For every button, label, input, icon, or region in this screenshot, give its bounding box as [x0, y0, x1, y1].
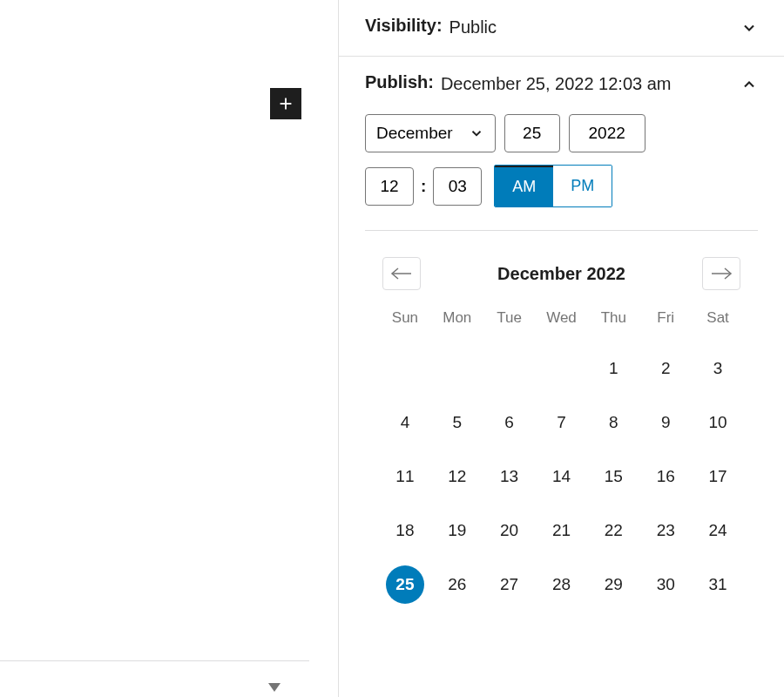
calendar-day[interactable]: 24: [699, 511, 737, 550]
calendar-day[interactable]: 16: [646, 457, 685, 496]
ampm-toggle-group: AM PM: [494, 165, 612, 207]
calendar-empty-cell: [438, 349, 476, 388]
calendar-day[interactable]: 14: [542, 457, 580, 496]
calendar-day[interactable]: 27: [490, 565, 529, 604]
calendar-title: December 2022: [497, 264, 625, 284]
settings-sidebar: Visibility: Public Publish: December 25,…: [338, 0, 784, 697]
editor-canvas: [0, 0, 338, 697]
calendar-day[interactable]: 17: [699, 457, 737, 496]
editor-divider: [0, 660, 309, 661]
calendar-weekday: Sun: [379, 309, 431, 334]
publish-label: Publish:: [365, 72, 434, 92]
time-input-row: : AM PM: [365, 165, 758, 207]
calendar-day[interactable]: 15: [594, 457, 632, 496]
arrow-right-icon: [710, 267, 733, 281]
collapse-chevron-icon[interactable]: [268, 680, 280, 695]
calendar-day[interactable]: 3: [699, 349, 737, 388]
calendar-weekday: Tue: [483, 309, 536, 334]
calendar-day[interactable]: 6: [490, 403, 529, 442]
month-select-value: December: [376, 124, 453, 143]
calendar-day[interactable]: 26: [438, 565, 476, 604]
calendar-grid: SunMonTueWedThuFriSat1234567891011121314…: [365, 309, 758, 604]
month-select[interactable]: December: [365, 114, 496, 152]
calendar-weekday: Fri: [639, 309, 692, 334]
time-colon: :: [421, 177, 426, 196]
publish-panel-toggle[interactable]: Publish: December 25, 2022 12:03 am: [339, 57, 784, 97]
calendar-day[interactable]: 11: [386, 457, 424, 496]
calendar-weekday: Sat: [692, 309, 744, 334]
day-input[interactable]: [504, 114, 560, 152]
minute-input[interactable]: [433, 167, 482, 206]
calendar-divider: [365, 230, 758, 231]
svg-marker-2: [268, 683, 280, 692]
calendar-weekday: Wed: [536, 309, 588, 334]
calendar-empty-cell: [542, 349, 580, 388]
calendar-weekday: Thu: [587, 309, 639, 334]
plus-icon: [276, 94, 295, 113]
calendar-day[interactable]: 19: [438, 511, 476, 550]
chevron-down-icon: [740, 19, 758, 40]
calendar-day[interactable]: 7: [542, 403, 580, 442]
calendar-header: December 2022: [365, 257, 758, 290]
calendar-day[interactable]: 1: [594, 349, 632, 388]
visibility-panel-toggle[interactable]: Visibility: Public: [339, 0, 784, 57]
publish-panel-body: December : AM PM December 2022: [339, 97, 784, 604]
calendar-day[interactable]: 22: [594, 511, 632, 550]
calendar-prev-button[interactable]: [382, 257, 421, 290]
calendar-weekday: Mon: [431, 309, 483, 334]
calendar-day[interactable]: 13: [490, 457, 529, 496]
calendar-day[interactable]: 30: [646, 565, 685, 604]
chevron-down-icon: [469, 125, 484, 141]
add-block-button[interactable]: [270, 88, 301, 119]
calendar-day[interactable]: 12: [438, 457, 476, 496]
year-input[interactable]: [569, 114, 645, 152]
calendar-day[interactable]: 4: [386, 403, 424, 442]
calendar-next-button[interactable]: [702, 257, 740, 290]
calendar-day[interactable]: 10: [699, 403, 737, 442]
calendar-day[interactable]: 25: [386, 565, 424, 604]
calendar-day[interactable]: 21: [542, 511, 580, 550]
calendar-day[interactable]: 5: [438, 403, 476, 442]
date-input-row: December: [365, 114, 758, 152]
publish-value: December 25, 2022 12:03 am: [441, 72, 733, 95]
calendar-day[interactable]: 29: [594, 565, 632, 604]
calendar-day[interactable]: 23: [646, 511, 685, 550]
calendar-day[interactable]: 31: [699, 565, 737, 604]
calendar-day[interactable]: 20: [490, 511, 529, 550]
visibility-label: Visibility:: [365, 16, 443, 36]
hour-input[interactable]: [365, 167, 414, 206]
calendar-day[interactable]: 8: [594, 403, 632, 442]
pm-button[interactable]: PM: [553, 166, 612, 206]
calendar-day[interactable]: 28: [542, 565, 580, 604]
calendar-empty-cell: [490, 349, 529, 388]
calendar-day[interactable]: 9: [646, 403, 685, 442]
calendar-empty-cell: [386, 349, 424, 388]
calendar-day[interactable]: 2: [646, 349, 685, 388]
visibility-value: Public: [449, 16, 733, 38]
am-button[interactable]: AM: [495, 166, 553, 206]
chevron-up-icon: [740, 76, 758, 97]
calendar-day[interactable]: 18: [386, 511, 424, 550]
arrow-left-icon: [390, 267, 413, 281]
